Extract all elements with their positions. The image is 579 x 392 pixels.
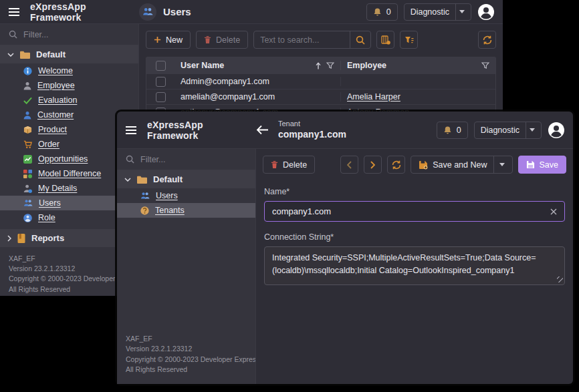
grid-header-row: User Name Employee: [146, 57, 495, 73]
sidebar-filter: [0, 24, 138, 45]
table-row[interactable]: Admin@company1.com: [146, 73, 495, 89]
sidebar-filter: [117, 149, 255, 170]
user-avatar[interactable]: [548, 122, 565, 139]
trash-icon: [271, 160, 278, 169]
filter-editor-button[interactable]: [400, 31, 418, 49]
info-icon: [23, 67, 32, 75]
product-icon: [23, 126, 32, 134]
search-input[interactable]: [254, 35, 350, 45]
chevron-down-icon: [7, 53, 14, 57]
check-icon: [23, 97, 32, 104]
sidebar-item-tenants[interactable]: Tenants: [117, 203, 255, 218]
tenant-icon: [140, 206, 149, 215]
chevron-down-icon: [459, 10, 465, 13]
page-title: Users: [163, 6, 191, 17]
version-info: XAF_EF Version 23.2.1.23312 Copyright © …: [117, 327, 255, 384]
notifications-count: 0: [386, 7, 391, 17]
employee-icon: [23, 81, 31, 90]
search-icon[interactable]: [350, 31, 370, 48]
name-field-wrapper: [264, 201, 565, 222]
app-title: eXpressApp Framework: [147, 120, 256, 141]
bell-icon: [373, 7, 382, 17]
bell-icon: [443, 126, 452, 135]
refresh-button[interactable]: [478, 31, 496, 49]
chevron-right-icon: [370, 161, 375, 169]
column-chooser-icon: [381, 35, 390, 45]
column-chooser-button[interactable]: [376, 31, 394, 49]
menu-icon[interactable]: [125, 126, 137, 135]
filter-funnel-icon[interactable]: [481, 62, 489, 69]
refresh-icon: [392, 160, 401, 170]
chevron-left-icon: [347, 161, 352, 169]
folder-icon: [20, 51, 30, 59]
name-field-label: Name*: [264, 187, 565, 196]
users-icon: [140, 192, 150, 200]
diagnostic-dropdown[interactable]: Diagnostic: [474, 122, 542, 139]
new-button[interactable]: New: [146, 31, 191, 49]
report-book-icon: [17, 234, 25, 243]
sidebar-item-welcome[interactable]: Welcome: [0, 63, 138, 78]
column-header-employee[interactable]: Employee: [347, 61, 386, 70]
previous-record-button[interactable]: [340, 156, 358, 174]
nav-group-default[interactable]: Default: [0, 45, 138, 63]
back-arrow-icon[interactable]: [256, 125, 269, 135]
sidebar-item-users[interactable]: Users: [117, 188, 255, 203]
notifications-button[interactable]: 0: [437, 122, 468, 139]
sort-ascending-icon[interactable]: [316, 62, 321, 69]
row-checkbox[interactable]: [156, 77, 166, 87]
menu-icon[interactable]: [8, 7, 20, 17]
employee-link[interactable]: Amelia Harper: [347, 92, 400, 102]
order-icon: [23, 140, 32, 149]
table-row[interactable]: ameliah@company1.com Amelia Harper: [146, 89, 495, 104]
name-field[interactable]: [272, 206, 550, 216]
sidebar-item-evaluation[interactable]: Evaluation: [0, 93, 138, 108]
app-title: eXpressApp Framework: [30, 1, 139, 23]
select-all-checkbox[interactable]: [156, 61, 166, 71]
filter-funnel-icon[interactable]: [326, 62, 334, 69]
front-sidebar: Default Users Tenants XAF_EF Version 23.…: [117, 149, 256, 384]
search-box: [253, 31, 371, 49]
resize-handle[interactable]: [557, 276, 563, 282]
notifications-button[interactable]: 0: [366, 3, 398, 21]
sidebar-filter-input[interactable]: [140, 155, 234, 164]
model-difference-icon: [23, 170, 32, 178]
users-grid: User Name Employee Admin@company1.com: [146, 57, 496, 120]
sidebar-item-employee[interactable]: Employee: [0, 78, 138, 93]
nav-group-default[interactable]: Default: [117, 170, 255, 188]
save-new-icon: [419, 160, 428, 170]
column-header-user-name[interactable]: User Name: [181, 61, 224, 70]
my-details-icon: [23, 184, 32, 193]
save-and-new-dropdown[interactable]: [493, 156, 505, 173]
role-icon: [23, 214, 32, 222]
save-icon: [526, 160, 535, 169]
users-icon: [139, 3, 156, 21]
connection-string-field[interactable]: Integrated Security=SSPI;MultipleActiveR…: [264, 246, 565, 285]
save-button[interactable]: Save: [518, 156, 567, 174]
folder-icon: [137, 176, 147, 184]
plus-icon: [154, 36, 161, 43]
diagnostic-label: Diagnostic: [411, 7, 449, 17]
delete-button[interactable]: Delete: [196, 31, 248, 49]
connection-string-label: Connection String*: [264, 232, 565, 242]
delete-button[interactable]: Delete: [263, 156, 315, 174]
object-title: company1.com: [278, 129, 346, 141]
diagnostic-label: Diagnostic: [481, 126, 519, 135]
detail-toolbar: Delete Save and New: [263, 156, 566, 174]
tenant-form: Name* Connection String* Integrated Secu…: [263, 174, 566, 285]
notifications-count: 0: [457, 126, 461, 135]
next-record-button[interactable]: [364, 156, 382, 174]
row-checkbox[interactable]: [156, 92, 166, 102]
refresh-icon: [483, 35, 492, 45]
back-titlebar: eXpressApp Framework Users 0 Diagnostic: [0, 0, 503, 24]
refresh-button[interactable]: [387, 156, 405, 174]
chevron-down-icon: [499, 163, 505, 166]
diagnostic-dropdown[interactable]: Diagnostic: [404, 3, 471, 21]
users-icon: [23, 199, 33, 207]
user-avatar[interactable]: [477, 3, 495, 21]
sidebar-filter-input[interactable]: [23, 30, 117, 39]
tenant-detail-window: eXpressApp Framework Tenant company1.com…: [117, 112, 573, 384]
save-and-new-button[interactable]: Save and New: [411, 156, 512, 174]
clear-icon[interactable]: [550, 208, 557, 215]
trash-icon: [204, 35, 211, 44]
filter-menu-icon: [404, 36, 414, 44]
